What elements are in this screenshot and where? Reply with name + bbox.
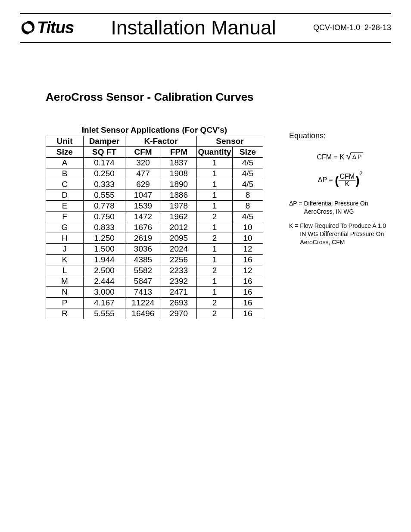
cell-qty: 1 [197, 244, 233, 255]
fraction: CFM K [339, 173, 355, 187]
cell-ssize: 16 [233, 287, 263, 298]
cell-unit: A [46, 158, 84, 168]
cell-ssize: 16 [233, 308, 263, 319]
cell-sqft: 0.750 [84, 212, 125, 222]
table-row: C0.333629189014/5 [46, 179, 263, 190]
cell-cfm: 477 [125, 168, 161, 179]
def-dp: ΔP = Differential Pressure On AeroCross,… [289, 199, 391, 216]
equation-cfm: CFM = K √ Δ P [289, 152, 391, 161]
cell-sqft: 1.944 [84, 255, 125, 265]
swirl-icon [20, 19, 36, 36]
calibration-table: Unit Damper K-Factor Sensor Size SQ FT C… [46, 136, 263, 319]
th-fpm: FPM [161, 147, 197, 158]
cell-sqft: 2.444 [84, 276, 125, 287]
cell-sqft: 5.555 [84, 308, 125, 319]
cell-fpm: 2970 [161, 308, 197, 319]
cell-fpm: 2256 [161, 255, 197, 265]
cell-cfm: 4385 [125, 255, 161, 265]
cell-sqft: 0.555 [84, 190, 125, 201]
table-row: R5.555164962970216 [46, 308, 263, 319]
cell-sqft: 0.174 [84, 158, 125, 168]
cell-fpm: 1978 [161, 201, 197, 212]
cell-unit: M [46, 276, 84, 287]
header: Titus Installation Manual QCV-IOM-1.0 2-… [20, 13, 391, 43]
th-unit: Unit [46, 136, 84, 147]
cell-fpm: 2693 [161, 298, 197, 308]
cell-qty: 2 [197, 308, 233, 319]
cell-unit: H [46, 233, 84, 244]
cell-ssize: 12 [233, 265, 263, 276]
brand-name: Titus [37, 19, 74, 37]
cell-cfm: 320 [125, 158, 161, 168]
cell-fpm: 2095 [161, 233, 197, 244]
cell-sqft: 3.000 [84, 287, 125, 298]
eq2-lhs: ΔP = [318, 176, 333, 184]
cell-sqft: 0.778 [84, 201, 125, 212]
table-row: J1.50030362024112 [46, 244, 263, 255]
cell-unit: N [46, 287, 84, 298]
cell-sqft: 0.333 [84, 179, 125, 190]
cell-cfm: 5847 [125, 276, 161, 287]
cell-cfm: 7413 [125, 287, 161, 298]
cell-cfm: 3036 [125, 244, 161, 255]
cell-unit: C [46, 179, 84, 190]
cell-qty: 1 [197, 179, 233, 190]
cell-qty: 1 [197, 168, 233, 179]
cell-unit: F [46, 212, 84, 222]
cell-unit: E [46, 201, 84, 212]
cell-unit: L [46, 265, 84, 276]
cell-fpm: 1890 [161, 179, 197, 190]
th-damper: Damper [84, 136, 125, 147]
table-row: L2.50055822233212 [46, 265, 263, 276]
document-title: Installation Manual [74, 16, 313, 39]
cell-qty: 1 [197, 158, 233, 168]
cell-ssize: 4/5 [233, 158, 263, 168]
cell-qty: 1 [197, 276, 233, 287]
th-kfactor: K-Factor [125, 136, 197, 147]
cell-cfm: 1676 [125, 222, 161, 233]
cell-cfm: 1539 [125, 201, 161, 212]
table-row: M2.44458472392116 [46, 276, 263, 287]
table-row: N3.00074132471116 [46, 287, 263, 298]
cell-fpm: 1837 [161, 158, 197, 168]
th-sensor: Sensor [197, 136, 263, 147]
table-caption: Inlet Sensor Applications (For QCV's) [46, 125, 263, 135]
cell-sqft: 1.500 [84, 244, 125, 255]
table-row: D0.5551047188618 [46, 190, 263, 201]
cell-unit: G [46, 222, 84, 233]
cell-ssize: 4/5 [233, 179, 263, 190]
cell-ssize: 16 [233, 255, 263, 265]
table-row: P4.167112242693216 [46, 298, 263, 308]
eq1-lhs: CFM = K [317, 153, 345, 161]
def-k: K = Flow Required To Produce A 1.0 IN WG… [289, 222, 391, 246]
cell-fpm: 2012 [161, 222, 197, 233]
cell-fpm: 2233 [161, 265, 197, 276]
cell-cfm: 11224 [125, 298, 161, 308]
sqrt-icon: √ Δ P [346, 152, 364, 160]
cell-unit: B [46, 168, 84, 179]
cell-cfm: 629 [125, 179, 161, 190]
equations-label: Equations: [289, 131, 391, 140]
table-row: E0.7781539197818 [46, 201, 263, 212]
calibration-table-block: Inlet Sensor Applications (For QCV's) Un… [46, 125, 263, 319]
definitions: ΔP = Differential Pressure On AeroCross,… [289, 199, 391, 246]
th-ssize: Size [233, 147, 263, 158]
cell-qty: 1 [197, 222, 233, 233]
section-title: AeroCross Sensor - Calibration Curves [46, 90, 391, 104]
table-row: F0.7501472196224/5 [46, 212, 263, 222]
cell-unit: D [46, 190, 84, 201]
table-row: A0.174320183714/5 [46, 158, 263, 168]
cell-fpm: 2392 [161, 276, 197, 287]
cell-ssize: 10 [233, 233, 263, 244]
th-sqft: SQ FT [84, 147, 125, 158]
th-size: Size [46, 147, 84, 158]
table-row: K1.94443852256116 [46, 255, 263, 265]
cell-ssize: 8 [233, 201, 263, 212]
th-cfm: CFM [125, 147, 161, 158]
th-qty: Quantity [197, 147, 233, 158]
cell-fpm: 1908 [161, 168, 197, 179]
cell-cfm: 1472 [125, 212, 161, 222]
document-id: QCV-IOM-1.0 2-28-13 [313, 23, 391, 32]
table-row: G0.83316762012110 [46, 222, 263, 233]
cell-unit: K [46, 255, 84, 265]
